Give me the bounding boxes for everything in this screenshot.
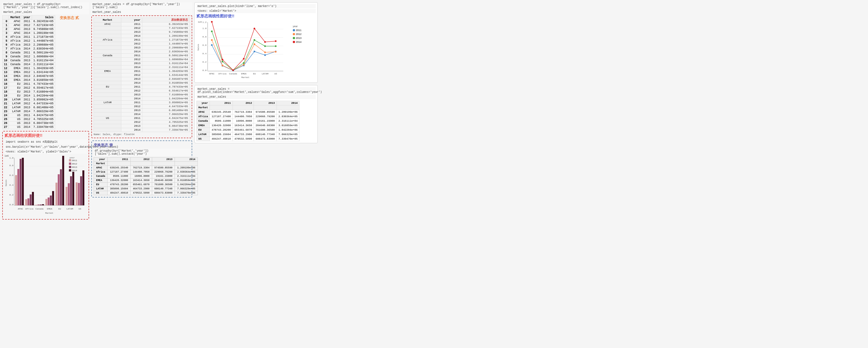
table-cell: 2013: [121, 30, 142, 34]
svg-rect-49: [69, 159, 71, 162]
table-cell: APAC: [197, 110, 210, 114]
table-cell: 4.842475e+05: [142, 116, 190, 120]
table-cell: 0: [2, 20, 9, 24]
svg-text:0.6: 0.6: [9, 174, 14, 176]
table-cell: 464733.2980: [232, 132, 254, 137]
label-bianhuan-yi: 变换形态 壹: [94, 143, 113, 148]
legend-dot-2011: [293, 29, 295, 31]
table-cell: 2.316111e+04: [142, 65, 190, 69]
table-cell: EMEA: [94, 69, 121, 73]
table-cell: 655461.6870: [130, 183, 152, 187]
table-cell: 484247.49810: [107, 191, 130, 195]
table-cell: 22: [2, 106, 9, 110]
col-header-sales: Sales: [32, 16, 55, 20]
table-cell: 3.016859e+05: [32, 78, 55, 82]
table-cell: 27: [2, 125, 9, 129]
table-cell: 974580.85590: [254, 110, 277, 114]
table-cell: 7.066329e+05: [277, 132, 299, 137]
table-cell: 2: [2, 27, 9, 31]
svg-rect-17: [27, 198, 29, 205]
table-cell: 8509.11000: [210, 119, 232, 124]
legend-2012: 2012: [293, 33, 302, 36]
table-cell: 1.209199e+06: [142, 34, 190, 38]
pivot-col-market-label: Market: [197, 105, 210, 110]
dataframe-table-container: Market year Sales 0APAC20116.392453e+051…: [2, 15, 55, 129]
table-cell: 2013: [121, 124, 142, 128]
table-cell: [94, 73, 121, 77]
svg-text:Africa: Africa: [26, 208, 34, 210]
table-cell: 2014: [121, 65, 142, 69]
label-container-1: 变换形态 贰: [60, 15, 79, 129]
table-cell: 24: [2, 113, 9, 117]
svg-text:2012: 2012: [72, 163, 77, 165]
svg-rect-55: [69, 169, 71, 172]
axes-label-bar: <Axes: xlabel='Market', ylabel='Sales'>: [4, 150, 87, 154]
pivot-code-text-2: market_year_sales: [197, 95, 226, 99]
table-cell: Africa: [9, 47, 22, 51]
svg-rect-12: [15, 175, 17, 205]
legend-2014: 2014: [293, 41, 302, 43]
legend-label: year: [293, 25, 298, 28]
table-cell: 2013: [22, 90, 32, 94]
col-sales: 原始数据形态: [142, 18, 190, 22]
svg-text:0.0: 0.0: [203, 69, 207, 72]
code-text-1: market_year_sales = df.groupby(by=['Mark…: [3, 3, 82, 9]
svg-text:EMEA: EMEA: [241, 72, 246, 75]
table-cell: 2013: [22, 106, 32, 110]
unstack-col-2013: 2013: [152, 158, 175, 162]
table-cell: 2014: [121, 34, 142, 38]
table-cell: Canada: [9, 55, 22, 59]
table-cell: 6.084738e+05: [142, 124, 190, 128]
svg-point-94: [275, 45, 277, 47]
svg-rect-36: [76, 182, 78, 205]
table-cell: 2012: [22, 117, 32, 121]
pivot-code-2: market_year_sales: [196, 95, 316, 99]
svg-point-91: [243, 62, 245, 64]
table-cell: 608140.77348: [152, 187, 175, 191]
line-chart-title: 贰形态画线性图好使!!: [196, 14, 234, 19]
seaborn-code-2: sns.barplot(x='Market',y='Sales',hue='ye…: [4, 145, 87, 149]
table-cell: [94, 120, 121, 124]
svg-text:2014: 2014: [72, 169, 77, 172]
table-cell: 478743.28200: [210, 128, 232, 132]
svg-text:EU: EU: [253, 72, 256, 75]
table-cell: 2012: [22, 39, 32, 43]
table-cell: 7.339470e+05: [32, 125, 55, 129]
plot-code: market_year_sales.plot(kind='line', mark…: [196, 4, 316, 8]
table-cell: 19161.15000: [254, 119, 277, 124]
table-cell: 762719.3304: [232, 110, 254, 114]
table-cell: 8.509110e+03: [32, 51, 55, 55]
table-cell: APAC: [9, 20, 22, 24]
table-cell: 1.209199e+06: [277, 110, 299, 114]
legend-dot-2012: [293, 33, 295, 35]
svg-point-93: [264, 45, 266, 47]
table-cell: 6.554617e+05: [32, 86, 55, 90]
col-header-year: year: [22, 16, 32, 20]
table-cell: 18: [2, 90, 9, 94]
svg-point-79: [264, 54, 266, 56]
table-cell: 2011: [22, 67, 32, 70]
table-cell: 1.634144e+05: [142, 73, 190, 77]
svg-rect-13: [18, 169, 19, 205]
table-cell: APAC: [9, 24, 22, 27]
table-cell: 1.609680e+04: [142, 58, 190, 62]
table-cell: 2014: [121, 128, 142, 132]
table-cell: EU: [197, 128, 210, 132]
table-cell: 1: [2, 24, 9, 27]
table-cell: 2014: [22, 31, 32, 35]
legend-text-2011: 2011: [296, 29, 302, 32]
svg-text:Sales: Sales: [5, 180, 7, 186]
svg-point-78: [254, 50, 255, 52]
table-cell: Africa: [94, 38, 121, 42]
legend-text-2013: 2013: [296, 37, 302, 39]
legend-dot-2014: [293, 41, 295, 43]
table-cell: 2013: [22, 59, 32, 63]
table-cell: [94, 34, 121, 38]
table-cell: LATAM: [197, 132, 210, 137]
svg-rect-23: [42, 204, 44, 205]
table-cell: 608140.77348: [254, 132, 277, 137]
svg-rect-27: [52, 191, 54, 205]
table-cell: Africa: [9, 35, 22, 39]
table-cell: APAC: [9, 27, 22, 31]
pivot-col-2014: 2014: [277, 101, 299, 105]
